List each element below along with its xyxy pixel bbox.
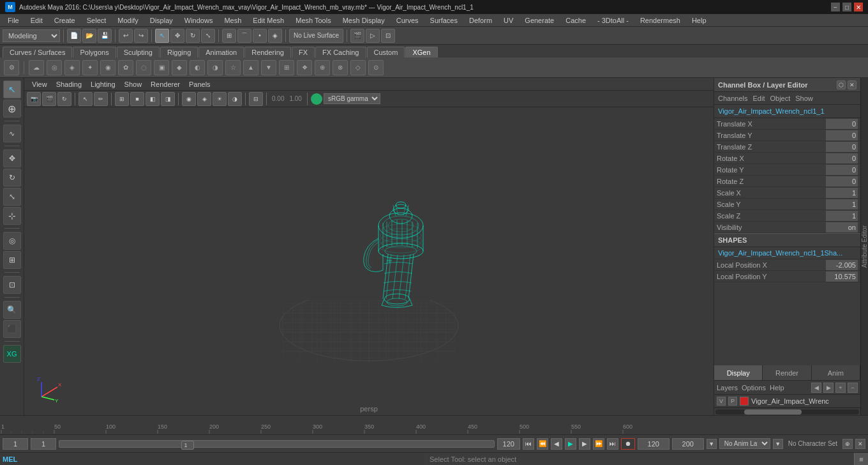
menu-curves[interactable]: Curves <box>391 15 424 26</box>
display-tab-anim[interactable]: Anim <box>812 365 860 380</box>
select-btn[interactable]: ↖ <box>155 29 169 43</box>
minimize-button[interactable]: − <box>831 3 840 11</box>
soft-select-btn[interactable]: ◎ <box>3 232 21 250</box>
shelf-icon-19[interactable]: ◇ <box>350 60 366 75</box>
vp-shade2-btn[interactable]: ◨ <box>161 92 175 106</box>
component-editor-btn[interactable]: ⊞ <box>3 251 21 269</box>
lasso-select-btn[interactable]: ∿ <box>3 125 21 142</box>
cb-tab-show[interactable]: Show <box>795 95 813 102</box>
char-set-btn1[interactable]: ⊕ <box>842 439 853 449</box>
current-frame-input[interactable] <box>3 438 28 450</box>
vp-sel-btn[interactable]: ↖ <box>79 92 93 106</box>
menu-mesh-display[interactable]: Mesh Display <box>338 15 390 26</box>
undo-btn[interactable]: ↩ <box>119 29 133 43</box>
max-frame-input[interactable] <box>672 438 704 450</box>
vp-film-btn[interactable]: 🎬 <box>42 92 56 106</box>
layers-tab-options[interactable]: Options <box>742 384 766 392</box>
layer-color-swatch[interactable] <box>740 397 749 406</box>
shelf-icon-5[interactable]: ◉ <box>100 60 116 75</box>
paint-select-btn[interactable]: ⊕ <box>3 100 21 118</box>
layer-visibility-btn[interactable]: V <box>717 397 726 406</box>
current-frame-right-input[interactable] <box>638 438 670 450</box>
vp-shadow-btn[interactable]: ◑ <box>228 92 242 106</box>
show-manipulator-btn[interactable]: ⊡ <box>3 276 21 294</box>
shelf-icon-17[interactable]: ⊕ <box>315 60 330 75</box>
playback-speed-btn[interactable]: ▼ <box>707 439 717 449</box>
shelf-icon-10[interactable]: ◐ <box>190 60 205 75</box>
vp-grid-btn[interactable]: ⊟ <box>249 92 263 106</box>
move-btn[interactable]: ✥ <box>170 29 184 43</box>
range-end-input[interactable] <box>497 438 520 450</box>
shelf-settings-icon[interactable]: ⚙ <box>4 60 19 75</box>
vp-color-mgmt-btn[interactable] <box>311 93 322 105</box>
menu-mesh-tools[interactable]: Mesh Tools <box>290 15 336 26</box>
gamma-dropdown[interactable]: sRGB gamma <box>324 93 380 104</box>
rotate-btn[interactable]: ↻ <box>186 29 200 43</box>
vertical-right-tab[interactable]: Attribute Editor <box>860 78 868 415</box>
vp-menu-show[interactable]: Show <box>121 80 146 89</box>
menu-windows[interactable]: Windows <box>179 15 218 26</box>
menu-display[interactable]: Display <box>145 15 178 26</box>
viewport-canvas[interactable]: persp X Y Z <box>24 107 714 415</box>
range-start-input[interactable] <box>31 438 56 450</box>
prev-frame-btn[interactable]: ◀ <box>551 438 562 450</box>
auto-key-btn[interactable]: ⏺ <box>621 438 635 450</box>
shelf-tab-fxcaching[interactable]: FX Caching <box>315 47 366 57</box>
vp-menu-shading[interactable]: Shading <box>52 80 86 89</box>
channel-value-tz[interactable] <box>826 142 858 152</box>
vp-smooth-btn[interactable]: ■ <box>130 92 144 106</box>
no-live-surface-btn[interactable]: No Live Surface <box>289 29 343 43</box>
shelf-icon-18[interactable]: ⊗ <box>333 60 348 75</box>
menu-select[interactable]: Select <box>82 15 112 26</box>
menu-create[interactable]: Create <box>49 15 80 26</box>
xgen-btn[interactable]: XG <box>3 345 21 363</box>
vp-menu-panels[interactable]: Panels <box>185 80 214 89</box>
layers-scrollbar[interactable] <box>714 408 860 415</box>
menu-edit[interactable]: Edit <box>26 15 48 26</box>
vp-camera-btn[interactable]: 📷 <box>27 92 41 106</box>
shelf-icon-16[interactable]: ❖ <box>297 60 312 75</box>
menu-edit-mesh[interactable]: Edit Mesh <box>248 15 289 26</box>
render-view-btn[interactable]: ⬛ <box>3 320 21 338</box>
menu-uv[interactable]: UV <box>498 15 518 26</box>
vp-tex-btn[interactable]: ◈ <box>197 92 211 106</box>
next-frame-btn[interactable]: ▶ <box>579 438 590 450</box>
cb-tab-channels[interactable]: Channels <box>718 95 747 102</box>
shelf-icon-1[interactable]: ☁ <box>29 60 44 75</box>
go-to-start-btn[interactable]: ⏮ <box>523 438 534 450</box>
menu-deform[interactable]: Deform <box>464 15 497 26</box>
shelf-tab-rigging[interactable]: Rigging <box>160 47 198 57</box>
close-button[interactable]: ✕ <box>854 3 863 11</box>
vp-menu-view[interactable]: View <box>28 80 51 89</box>
channel-value-vis[interactable] <box>826 222 858 232</box>
vp-cycle-btn[interactable]: ↻ <box>57 92 71 106</box>
menu-cache[interactable]: Cache <box>560 15 591 26</box>
save-scene-btn[interactable]: 💾 <box>98 29 112 43</box>
scale-tool-btn[interactable]: ⤡ <box>3 188 21 206</box>
layers-prev-btn[interactable]: ◀ <box>811 383 821 393</box>
open-scene-btn[interactable]: 📂 <box>82 29 96 43</box>
shelf-icon-11[interactable]: ◑ <box>207 60 223 75</box>
shelf-icon-8[interactable]: ▣ <box>154 60 169 75</box>
snap-point-btn[interactable]: • <box>253 29 267 43</box>
zoom-tool-btn[interactable]: 🔍 <box>3 301 21 319</box>
snap-surface-btn[interactable]: ◈ <box>268 29 282 43</box>
script-editor-btn[interactable]: ≡ <box>854 453 868 466</box>
layers-next-btn[interactable]: ▶ <box>823 383 834 393</box>
shelf-tab-animation[interactable]: Animation <box>198 47 244 57</box>
layers-add-btn[interactable]: + <box>835 383 846 393</box>
menu-3dtoall[interactable]: - 3DtoAll - <box>592 15 634 26</box>
menu-modify[interactable]: Modify <box>112 15 143 26</box>
menu-generate[interactable]: Generate <box>520 15 559 26</box>
channel-value-tx[interactable] <box>826 119 858 129</box>
shelf-tab-fx[interactable]: FX <box>292 47 315 57</box>
current-time-marker[interactable]: 1 <box>181 441 194 450</box>
menu-help[interactable]: Help <box>687 15 712 26</box>
shelf-tab-custom[interactable]: Custom <box>367 47 405 57</box>
timeline[interactable]: 1 50 100 150 200 250 300 <box>0 415 868 434</box>
menu-surfaces[interactable]: Surfaces <box>425 15 463 26</box>
new-scene-btn[interactable]: 📄 <box>67 29 81 43</box>
shelf-icon-14[interactable]: ▼ <box>261 60 276 75</box>
channel-value-ty[interactable] <box>826 130 858 141</box>
channel-value-lpx[interactable] <box>826 260 858 270</box>
